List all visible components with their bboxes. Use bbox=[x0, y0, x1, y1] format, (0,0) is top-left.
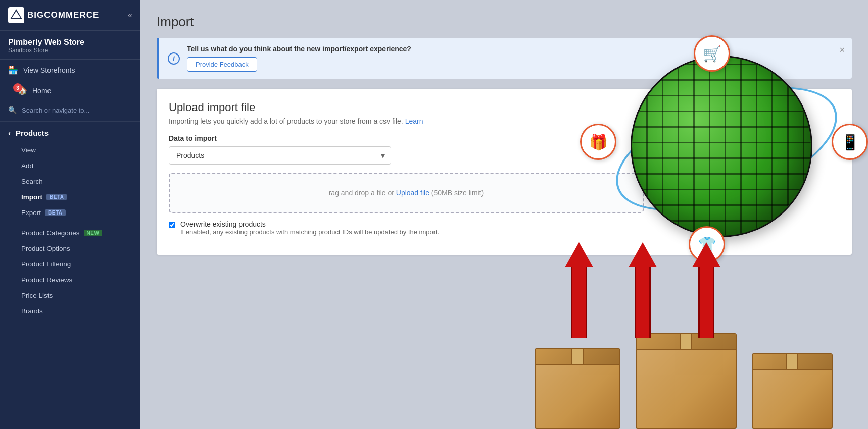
store-info: Pimberly Web Store Sandbox Store bbox=[0, 31, 140, 60]
divider bbox=[0, 121, 140, 122]
data-import-label: Data to import bbox=[169, 134, 840, 142]
search-icon: 🔍 bbox=[8, 106, 17, 114]
info-icon: i bbox=[168, 52, 180, 65]
dropzone-text: rag and drop a file or bbox=[329, 189, 396, 197]
box-3 bbox=[752, 353, 833, 429]
store-name: Pimberly Web Store bbox=[8, 38, 132, 47]
divider-2 bbox=[0, 223, 140, 223]
boxes-area bbox=[535, 333, 833, 429]
sidebar: BIGCOMMERCE « Pimberly Web Store Sandbox… bbox=[0, 0, 140, 429]
sidebar-item-add[interactable]: Add bbox=[0, 158, 140, 174]
banner-close-button[interactable]: × bbox=[839, 45, 845, 56]
import-beta-badge: BETA bbox=[46, 194, 67, 200]
search-nav[interactable]: 🔍 bbox=[0, 101, 140, 119]
banner-text: Tell us what do you think about the new … bbox=[187, 45, 843, 53]
upload-title: Upload import file bbox=[169, 101, 840, 114]
overwrite-row: Overwrite existing products If enabled, … bbox=[169, 220, 840, 236]
export-beta-badge: BETA bbox=[45, 209, 65, 216]
sidebar-item-brands[interactable]: Brands bbox=[0, 303, 140, 319]
page-title: Import bbox=[157, 14, 852, 30]
collapse-button[interactable]: « bbox=[128, 11, 132, 20]
box-2 bbox=[636, 333, 737, 429]
sidebar-header: BIGCOMMERCE « bbox=[0, 0, 140, 31]
home-badge: 3 bbox=[13, 83, 22, 92]
sidebar-item-product-reviews[interactable]: Product Reviews bbox=[0, 272, 140, 288]
sidebar-item-view[interactable]: View bbox=[0, 142, 140, 158]
logo-text: BIGCOMMERCE bbox=[27, 10, 99, 20]
sidebar-item-product-options[interactable]: Product Options bbox=[0, 241, 140, 256]
drop-zone[interactable]: rag and drop a file or Upload file (50MB… bbox=[169, 173, 644, 213]
sidebar-item-search[interactable]: Search bbox=[0, 174, 140, 189]
storefront-icon: 🏪 bbox=[8, 65, 18, 75]
sidebar-item-home[interactable]: 3 🏠 Home bbox=[0, 80, 140, 101]
logo: BIGCOMMERCE bbox=[8, 7, 99, 23]
size-limit-text: (50MB size limit) bbox=[431, 189, 484, 197]
sidebar-item-product-filtering[interactable]: Product Filtering bbox=[0, 256, 140, 272]
upload-desc: Importing lets you quickly add a lot of … bbox=[169, 117, 840, 125]
sidebar-item-storefronts[interactable]: 🏪 View Storefronts bbox=[0, 60, 140, 80]
upload-file-link[interactable]: Upload file bbox=[396, 189, 429, 197]
main-inner: Import i Tell us what do you think about… bbox=[140, 0, 868, 269]
overwrite-desc: If enabled, any existing products with m… bbox=[180, 228, 439, 236]
search-input[interactable] bbox=[22, 106, 132, 114]
sidebar-item-price-lists[interactable]: Price Lists bbox=[0, 288, 140, 303]
sidebar-item-export[interactable]: Export BETA bbox=[0, 205, 140, 221]
categories-new-badge: NEW bbox=[84, 230, 103, 236]
products-header[interactable]: ‹ Products bbox=[0, 124, 140, 142]
chevron-left-icon: ‹ bbox=[8, 129, 11, 137]
box-1 bbox=[535, 348, 620, 429]
info-banner: i Tell us what do you think about the ne… bbox=[157, 38, 852, 79]
data-import-select-wrapper: Products Customers Orders ▾ bbox=[169, 146, 391, 165]
store-type: Sandbox Store bbox=[8, 47, 132, 54]
main-content: Import i Tell us what do you think about… bbox=[140, 0, 868, 429]
provide-feedback-button[interactable]: Provide Feedback bbox=[187, 57, 257, 72]
logo-icon bbox=[8, 7, 24, 23]
sidebar-item-product-categories[interactable]: Product Categories NEW bbox=[0, 225, 140, 241]
learn-link[interactable]: Learn bbox=[405, 117, 423, 125]
data-import-select[interactable]: Products Customers Orders bbox=[169, 146, 391, 165]
sidebar-item-import[interactable]: Import BETA bbox=[0, 189, 140, 205]
overwrite-label: Overwrite existing products bbox=[180, 220, 439, 228]
upload-section: Upload import file Importing lets you qu… bbox=[157, 89, 852, 255]
banner-content: Tell us what do you think about the new … bbox=[187, 45, 843, 72]
overwrite-checkbox[interactable] bbox=[169, 222, 175, 228]
